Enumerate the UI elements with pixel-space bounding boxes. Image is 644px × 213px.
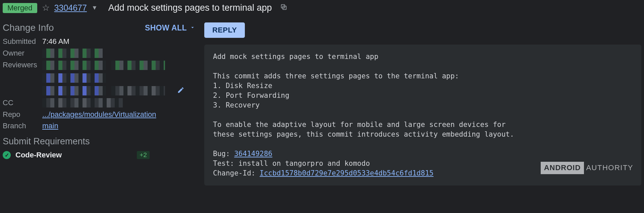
submit-requirements-heading: Submit Requirements — [3, 136, 196, 147]
commit-message: Add mock settings pages to terminal app … — [204, 45, 641, 186]
show-all-label: SHOW ALL — [145, 23, 187, 32]
commit-title: Add mock settings pages to terminal app — [213, 53, 378, 61]
change-title: Add mock settings pages to terminal app — [108, 3, 272, 13]
commit-body: This commit adds three settings pages to… — [213, 72, 514, 138]
submitted-label: Submitted — [3, 37, 42, 46]
status-badge: Merged — [3, 3, 37, 13]
check-icon: ✓ — [3, 151, 11, 159]
reviewer-redacted — [111, 61, 165, 70]
star-icon[interactable]: ☆ — [42, 3, 50, 13]
watermark: ANDROID AUTHORITY — [541, 162, 633, 174]
change-number-link[interactable]: 3304677 — [54, 3, 87, 13]
change-info-heading: Change Info — [3, 22, 54, 33]
changeid-link[interactable]: Iccbd1578b0d729e7e295d0533e4db54c6fd1d81… — [260, 169, 433, 177]
repo-link[interactable]: .../packages/modules/Virtualization — [42, 110, 156, 119]
reviewers-label: Reviewers — [3, 61, 42, 69]
reviewer-redacted — [111, 86, 165, 95]
branch-label: Branch — [3, 122, 42, 130]
owner-label: Owner — [3, 49, 42, 58]
requirement-name: Code-Review — [15, 151, 62, 159]
test-line: Test: install on tangorpro and komodo — [213, 159, 370, 167]
repo-label: Repo — [3, 110, 42, 119]
reply-button[interactable]: REPLY — [204, 22, 245, 38]
branch-link[interactable]: main — [42, 122, 58, 130]
owner-redacted — [42, 49, 103, 58]
reviewer-redacted — [42, 61, 106, 70]
requirement-row: ✓ Code-Review +2 — [3, 151, 196, 159]
changeid-label: Change-Id: — [213, 169, 260, 177]
chevron-down-icon[interactable]: ▼ — [92, 4, 98, 11]
change-header: Merged ☆ 3304677 ▼ Add mock settings pag… — [0, 0, 644, 16]
score-badge: +2 — [137, 151, 150, 159]
watermark-brand-box: ANDROID — [541, 162, 584, 174]
reviewer-redacted — [42, 86, 106, 95]
bug-link[interactable]: 364149286 — [234, 150, 272, 158]
chevron-down-icon — [190, 23, 196, 32]
copy-icon[interactable] — [280, 3, 287, 12]
bug-label: Bug: — [213, 150, 234, 158]
pencil-icon[interactable] — [177, 86, 184, 95]
reviewers-list — [42, 61, 184, 95]
submitted-value: 7:46 AM — [42, 37, 69, 46]
cc-redacted — [42, 98, 123, 108]
cc-label: CC — [3, 98, 42, 107]
show-all-button[interactable]: SHOW ALL — [145, 23, 196, 32]
reviewer-redacted — [42, 73, 106, 83]
watermark-brand-text: AUTHORITY — [586, 163, 633, 173]
